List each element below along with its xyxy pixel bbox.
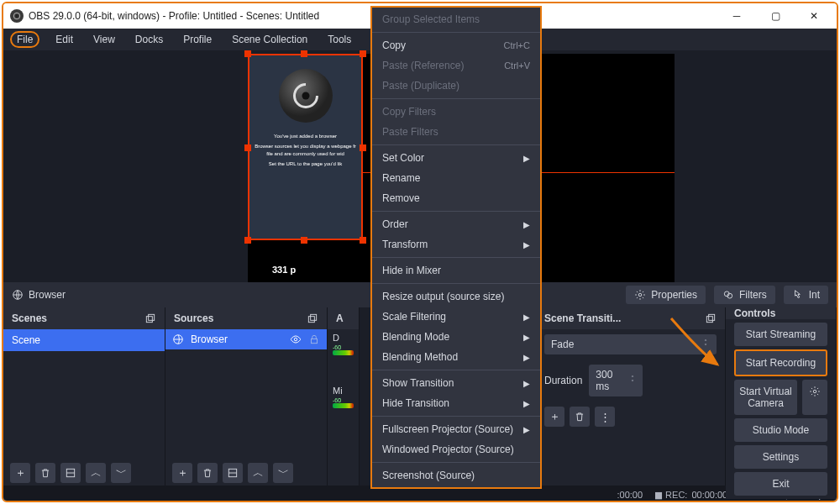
interact-icon: [792, 289, 804, 301]
browser-source-bounds[interactable]: You've just added a browser Browser sour…: [248, 54, 363, 240]
svg-rect-7: [146, 317, 152, 323]
scene-up-button[interactable]: ︿: [86, 463, 106, 483]
filters-button[interactable]: Filters: [714, 286, 775, 304]
transition-remove-button[interactable]: [570, 407, 590, 427]
properties-button[interactable]: Properties: [626, 286, 706, 304]
window-title: OBS 29.0.0 (64-bit, windows) - Profile: …: [29, 10, 319, 22]
context-menu-item[interactable]: Scale Filtering▶: [372, 307, 540, 327]
context-menu-item[interactable]: Fullscreen Projector (Source)▶: [372, 419, 540, 439]
resize-handle[interactable]: [360, 237, 366, 244]
start-recording-button[interactable]: Start Recording: [734, 349, 827, 376]
mixer-channel: Mi -60: [328, 382, 359, 412]
start-virtual-camera-button[interactable]: Start Virtual Camera: [734, 380, 797, 415]
popout-icon[interactable]: [705, 312, 717, 324]
interact-button[interactable]: Int: [784, 286, 828, 304]
source-size-label: 331 p: [272, 265, 296, 275]
settings-button[interactable]: Settings: [734, 445, 827, 469]
svg-rect-15: [312, 339, 318, 343]
resize-handle[interactable]: [244, 50, 251, 57]
svg-rect-11: [308, 317, 314, 323]
resize-handle[interactable]: [301, 237, 307, 244]
globe-icon: [172, 333, 184, 345]
context-menu-item[interactable]: Order▶: [372, 214, 540, 234]
transition-more-button[interactable]: ⋮: [595, 407, 615, 427]
context-menu-item[interactable]: Screenshot (Source): [372, 465, 540, 486]
duration-input[interactable]: 300 ms ˄˅: [589, 365, 643, 396]
context-menu-item[interactable]: Rename: [372, 168, 540, 188]
popout-icon[interactable]: [307, 312, 318, 324]
source-down-button[interactable]: ﹀: [273, 463, 293, 483]
menu-separator: [372, 98, 540, 99]
source-props-button[interactable]: [223, 463, 243, 483]
menu-file[interactable]: File: [10, 31, 39, 48]
duration-value: 300 ms: [596, 369, 627, 392]
add-source-button[interactable]: ＋: [172, 463, 192, 483]
svg-rect-8: [149, 314, 155, 320]
mixer-db: -60: [333, 344, 354, 350]
gear-icon: [634, 289, 646, 301]
resize-handle[interactable]: [360, 144, 366, 151]
virtual-camera-settings-button[interactable]: [802, 380, 827, 415]
resize-handle[interactable]: [244, 144, 251, 151]
source-up-button[interactable]: ︿: [248, 463, 268, 483]
properties-label: Properties: [651, 289, 697, 301]
context-menu-item: Paste (Reference)Ctrl+V: [372, 55, 540, 76]
menu-profile[interactable]: Profile: [179, 31, 216, 48]
mixer-db: -60: [333, 397, 354, 403]
context-menu-item[interactable]: Blending Method▶: [372, 347, 540, 367]
menu-tools[interactable]: Tools: [323, 31, 355, 48]
context-menu-item[interactable]: Hide Transition▶: [372, 393, 540, 413]
resize-handle[interactable]: [301, 50, 307, 57]
resize-handle[interactable]: [244, 237, 251, 244]
remove-source-button[interactable]: [197, 463, 218, 483]
remove-scene-button[interactable]: [35, 463, 55, 483]
sources-title: Sources: [174, 312, 213, 324]
popout-icon[interactable]: [144, 312, 156, 324]
context-menu-item: Paste Filters: [372, 122, 540, 142]
scene-down-button[interactable]: ﹀: [111, 463, 131, 483]
mixer-channel-name: D: [333, 333, 354, 343]
context-menu-item: Copy Filters: [372, 102, 540, 122]
audio-meter: [333, 350, 354, 355]
transition-add-button[interactable]: ＋: [544, 407, 564, 427]
menu-scene-collection[interactable]: Scene Collection: [228, 31, 312, 48]
context-menu-item[interactable]: Resize output (source size): [372, 286, 540, 307]
spinner-icon: ˄˅: [701, 340, 710, 349]
transition-select[interactable]: Fade ˄˅: [544, 334, 717, 354]
context-menu-item[interactable]: Transform▶: [372, 234, 540, 255]
context-menu-item[interactable]: Windowed Projector (Source): [372, 439, 540, 459]
browser-text: Browser sources let you display a webpag…: [249, 141, 361, 159]
context-menu-item[interactable]: Blending Mode▶: [372, 327, 540, 347]
context-menu-item[interactable]: CopyCtrl+C: [372, 35, 540, 55]
browser-text: You've just added a browser: [249, 131, 361, 141]
exit-button[interactable]: Exit: [734, 472, 827, 496]
menu-edit[interactable]: Edit: [51, 31, 77, 48]
context-menu-item[interactable]: Hide in Mixer: [372, 260, 540, 281]
menu-view[interactable]: View: [89, 31, 119, 48]
sources-header: Sources: [165, 307, 327, 329]
scene-filter-button[interactable]: [60, 463, 81, 483]
eye-icon[interactable]: [290, 333, 302, 345]
browser-text: Set the URL to the page you'd lik: [249, 159, 361, 169]
context-menu-item[interactable]: Set Color▶: [372, 148, 540, 168]
rec-time: 00:00:00: [691, 490, 727, 500]
resize-handle[interactable]: [360, 50, 366, 57]
globe-icon: [12, 289, 24, 301]
studio-mode-button[interactable]: Studio Mode: [734, 418, 827, 442]
menu-separator: [372, 211, 540, 212]
svg-rect-19: [709, 314, 715, 320]
source-item[interactable]: Browser: [165, 329, 327, 349]
status-rec: ▮▮ REC: 00:00:00: [654, 490, 727, 501]
scene-item[interactable]: Scene: [3, 329, 165, 351]
context-menu-item[interactable]: Show Transition▶: [372, 373, 540, 393]
start-streaming-button[interactable]: Start Streaming: [734, 323, 827, 346]
minimize-button[interactable]: ─: [717, 3, 756, 29]
add-scene-button[interactable]: ＋: [10, 463, 30, 483]
filters-label: Filters: [739, 289, 767, 301]
close-button[interactable]: ✕: [795, 3, 833, 29]
lock-icon[interactable]: [308, 333, 320, 345]
context-menu-item[interactable]: Remove: [372, 188, 540, 208]
menu-separator: [372, 144, 540, 145]
maximize-button[interactable]: ▢: [756, 3, 795, 29]
menu-docks[interactable]: Docks: [131, 31, 167, 48]
